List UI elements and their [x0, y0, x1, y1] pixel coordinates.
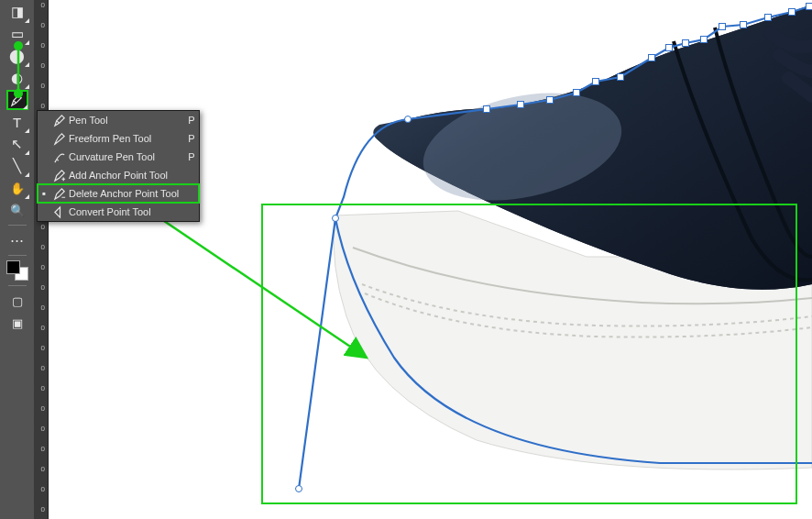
dodge-tool[interactable]: ◐	[6, 68, 28, 88]
shortcut-key: P	[184, 115, 199, 126]
flyout-item-label: Convert Point Tool	[69, 206, 184, 217]
zoom-tool[interactable]: 🔍	[6, 200, 28, 220]
edit-toolbar[interactable]: ⋯	[6, 230, 28, 250]
add-icon	[50, 167, 69, 183]
path-select-tool[interactable]: ↖	[6, 134, 28, 154]
line-tool[interactable]: ╲	[6, 156, 28, 176]
flyout-item-label: Curvature Pen Tool	[69, 151, 184, 162]
pen-tool-flyout: Pen ToolPFreeform Pen ToolPCurvature Pen…	[37, 110, 200, 222]
pen-tool[interactable]	[6, 90, 28, 110]
delete-anchor-item[interactable]: ■Delete Anchor Point Tool	[38, 184, 199, 203]
tools-panel: ◨▭⬤◐T↖╲✋🔍⋯▢▣	[0, 0, 34, 519]
flyout-item-label: Add Anchor Point Tool	[69, 170, 184, 181]
pen-tool-item[interactable]: Pen ToolP	[38, 111, 199, 129]
del-icon	[50, 185, 69, 202]
canvas[interactable]	[0, 0, 812, 519]
document-image	[0, 0, 812, 519]
gradient-tool[interactable]: ▭	[6, 24, 28, 44]
fpen-icon	[50, 130, 69, 147]
pen-icon	[50, 112, 69, 128]
vertical-ruler: 00000000000000000000000000	[34, 0, 49, 519]
freeform-pen-item[interactable]: Freeform Pen ToolP	[38, 129, 199, 148]
add-anchor-item[interactable]: Add Anchor Point Tool	[38, 166, 199, 184]
quick-mask[interactable]: ▢	[6, 291, 28, 311]
type-tool[interactable]: T	[6, 112, 28, 132]
hand-tool[interactable]: ✋	[6, 178, 28, 198]
eraser-tool[interactable]: ◨	[6, 2, 28, 22]
blur-tool[interactable]: ⬤	[6, 46, 28, 66]
flyout-item-label: Delete Anchor Point Tool	[69, 188, 184, 199]
screen-mode[interactable]: ▣	[6, 313, 28, 333]
color-swatches[interactable]	[6, 260, 28, 281]
convert-point-item[interactable]: Convert Point Tool	[38, 203, 199, 221]
curvature-pen-item[interactable]: Curvature Pen ToolP	[38, 148, 199, 166]
flyout-item-label: Freeform Pen Tool	[69, 133, 184, 144]
shortcut-key: P	[184, 133, 199, 144]
cpen-icon	[50, 149, 69, 165]
shortcut-key: P	[184, 151, 199, 162]
flyout-item-label: Pen Tool	[69, 115, 184, 126]
cvt-icon	[50, 204, 69, 220]
